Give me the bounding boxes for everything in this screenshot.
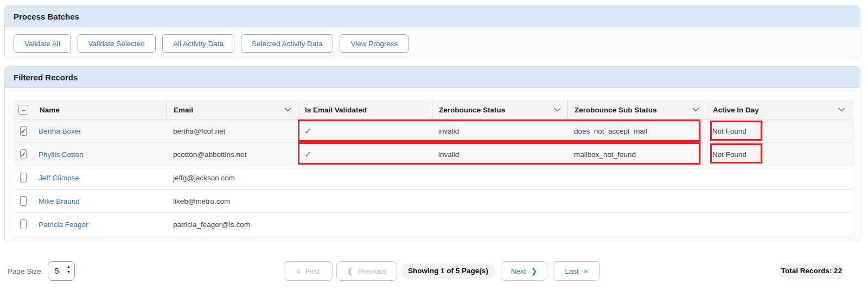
row-checkbox-cell [14, 173, 33, 182]
active-in-day-cell: Not Found [706, 150, 852, 159]
stepper-arrows: ▲ ▼ [67, 264, 71, 274]
validated-check-icon: ✓ [304, 127, 311, 136]
record-name-link[interactable]: Jeff Glimpse [39, 174, 79, 182]
page-size-value[interactable]: 5 [55, 262, 59, 280]
page-size-stepper[interactable]: 5 ▲ ▼ [48, 261, 75, 281]
process-batches-title: Process Batches [14, 12, 79, 21]
row-checkbox[interactable] [20, 196, 27, 206]
record-name-link[interactable]: Phyllis Cotton [39, 150, 84, 159]
zerobounce-status-cell: invalid [432, 150, 567, 159]
row-checkbox-cell: ✓ [14, 126, 33, 136]
validated-check-icon: ✓ [304, 150, 311, 159]
row-checkbox[interactable]: ✓ [20, 149, 27, 159]
process-batches-header: Process Batches [5, 6, 860, 27]
row-checkbox[interactable] [20, 173, 27, 182]
is-email-validated-cell: ✓ [298, 126, 432, 136]
chevron-down-icon[interactable] [284, 108, 291, 112]
previous-page-button[interactable]: ❮ Previous [336, 261, 397, 281]
zerobounce-sub-status-cell: mailbox_not_found [567, 150, 706, 159]
row-checkbox-cell: ✓ [14, 149, 33, 159]
email-cell: likeb@metro.com [167, 197, 298, 205]
validate-selected-button[interactable]: Validate Selected [78, 34, 156, 53]
next-page-button[interactable]: Next ❯ [501, 261, 547, 281]
page-status: Showing 1 of 5 Page(s) [401, 263, 495, 279]
email-cell: pcotton@abbottins.net [167, 150, 298, 159]
chevron-right-icon: ❯ [531, 267, 538, 275]
table-row: ✓ Bertha Boxer bertha@fcof.net ✓ invalid… [14, 119, 852, 143]
stepper-up-icon[interactable]: ▲ [67, 264, 71, 268]
stepper-down-icon[interactable]: ▼ [67, 270, 71, 274]
validate-all-button[interactable]: Validate All [14, 34, 71, 53]
email-cell: patricia_feager@is.com [167, 221, 298, 229]
row-checkbox-cell [14, 196, 33, 206]
chevron-down-icon[interactable] [838, 108, 845, 112]
column-header-zerobounce-sub-status[interactable]: Zerobounce Sub Status [567, 100, 706, 119]
double-chevron-right-icon: » [584, 267, 588, 275]
record-name-link[interactable]: Mike Braund [39, 197, 80, 205]
column-header-is-email-validated[interactable]: Is Email Validated [298, 100, 432, 119]
record-name-link[interactable]: Bertha Boxer [39, 127, 81, 135]
column-header-name[interactable]: Name [33, 100, 167, 119]
filtered-records-header: Filtered Records [5, 67, 860, 88]
row-checkbox[interactable]: ✓ [20, 126, 27, 136]
process-batches-actions: Validate All Validate Selected All Activ… [5, 27, 860, 60]
filtered-records-title: Filtered Records [14, 73, 78, 82]
process-batches-panel: Process Batches Validate All Validate Se… [4, 5, 860, 59]
column-header-email[interactable]: Email [167, 100, 298, 119]
first-page-button[interactable]: « First [284, 261, 333, 281]
row-checkbox-cell [14, 219, 33, 229]
table-row: Mike Braund likeb@metro.com [14, 190, 852, 213]
table-row: Jeff Glimpse jeffg@jackson.com [14, 166, 852, 190]
record-name-link[interactable]: Patricia Feager [39, 221, 88, 229]
last-page-button[interactable]: Last » [553, 261, 600, 281]
filtered-records-panel: Filtered Records – Name Email Is Emai [4, 66, 860, 242]
email-cell: jeffg@jackson.com [167, 174, 298, 182]
table-header-row: – Name Email Is Email Validated Zeroboun… [14, 100, 852, 119]
table-row: Patricia Feager patricia_feager@is.com [14, 213, 852, 236]
selected-activity-data-button[interactable]: Selected Activity Data [241, 34, 334, 53]
table-row: ✓ Phyllis Cotton pcotton@abbottins.net ✓… [14, 143, 852, 166]
column-header-active-in-day[interactable]: Active In Day [706, 100, 852, 119]
active-in-day-cell: Not Found [706, 127, 852, 135]
page-size-label: Page Size: [8, 262, 43, 281]
row-checkbox[interactable] [20, 219, 27, 229]
view-progress-button[interactable]: View Progress [340, 34, 409, 53]
page: Process Batches Validate All Validate Se… [0, 0, 868, 296]
chevron-down-icon[interactable] [554, 108, 561, 112]
zerobounce-sub-status-cell: does_not_accept_mail [567, 127, 706, 135]
is-email-validated-cell: ✓ [298, 149, 432, 160]
double-chevron-left-icon: « [296, 267, 301, 275]
zerobounce-status-cell: invalid [432, 127, 567, 135]
chevron-left-icon: ❮ [347, 267, 353, 275]
total-records-badge: Total Records: 22 [780, 263, 844, 279]
email-cell: bertha@fcof.net [167, 127, 298, 135]
records-table: – Name Email Is Email Validated Zeroboun… [14, 100, 852, 236]
all-activity-data-button[interactable]: All Activity Data [162, 34, 234, 53]
column-header-zerobounce-status[interactable]: Zerobounce Status [432, 100, 567, 119]
chevron-down-icon[interactable] [692, 108, 699, 112]
select-all-checkbox[interactable]: – [18, 105, 28, 115]
header-checkbox-cell: – [14, 100, 33, 119]
